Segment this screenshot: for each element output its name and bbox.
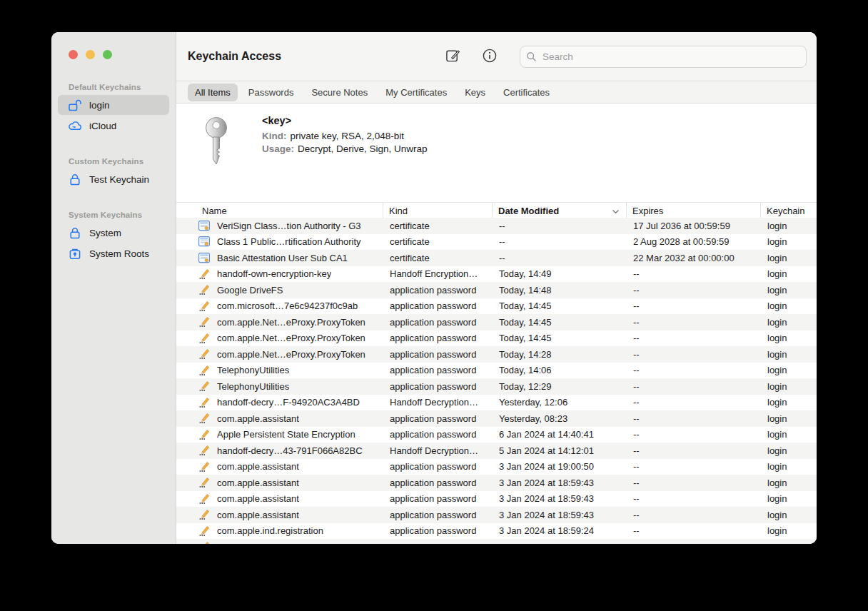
table-row[interactable]: Apple Persistent State Encryptionapplica… [176, 427, 817, 443]
row-expires: -- [627, 397, 761, 408]
table-row[interactable]: handoff-decry…F-94920AC3A4BDHandoff Decr… [176, 395, 817, 411]
password-icon [198, 461, 210, 473]
table-row[interactable]: com.apple.assistantapplication passwordY… [176, 410, 817, 427]
info-icon [482, 48, 498, 66]
row-expires: -- [627, 333, 761, 343]
row-keychain: login [761, 221, 817, 231]
table-row[interactable]: TelephonyUtilitiesapplication passwordTo… [176, 378, 817, 395]
password-icon [198, 365, 210, 376]
sidebar-item-login[interactable]: login [58, 95, 169, 115]
get-info-button[interactable] [481, 48, 498, 65]
row-date-modified: -- [493, 236, 627, 247]
table-row[interactable]: com.apple.assistantapplication password3… [176, 475, 817, 491]
password-icon [198, 525, 210, 537]
row-kind: application password [383, 461, 493, 472]
sidebar-item-test-keychain[interactable]: Test Keychain [58, 169, 169, 189]
row-keychain: login [761, 542, 817, 544]
row-keychain: login [761, 365, 817, 375]
row-kind: application password [383, 301, 493, 311]
row-name: com.1passwor…s-biometric-unlock [217, 542, 361, 544]
row-keychain: login [761, 510, 817, 520]
row-keychain: login [761, 253, 817, 263]
row-keychain: login [761, 461, 817, 472]
table-row[interactable]: com.apple.assistantapplication password3… [176, 507, 817, 523]
table-row[interactable]: com.apple.Net…eProxy.ProxyTokenapplicati… [176, 330, 817, 347]
tab-secure-notes[interactable]: Secure Notes [304, 84, 375, 101]
row-expires: -- [627, 268, 761, 279]
column-header-expires[interactable]: Expires [627, 203, 761, 219]
row-name: com.apple.assistant [217, 510, 299, 520]
column-header-date-modified[interactable]: Date Modified [493, 203, 627, 219]
tab-my-certificates[interactable]: My Certificates [378, 84, 454, 101]
row-name: Basic Attestation User Sub CA1 [217, 253, 348, 263]
minimize-button[interactable] [86, 50, 95, 59]
table-row[interactable]: com.apple.Net…eProxy.ProxyTokenapplicati… [176, 314, 817, 330]
password-icon [198, 413, 210, 424]
row-kind: application password [383, 365, 493, 375]
key-icon [202, 116, 232, 202]
tab-all-items[interactable]: All Items [188, 84, 238, 101]
tab-keys[interactable]: Keys [458, 84, 493, 101]
row-keychain: login [761, 268, 817, 279]
table-row[interactable]: com.1passwor…s-biometric-unlockapplicati… [176, 539, 817, 544]
table-row[interactable]: com.microsoft…7e6c94237f0c9abapplication… [176, 298, 817, 315]
row-name: com.apple.ind.registration [217, 525, 323, 536]
usage-value: Decrypt, Derive, Sign, Unwrap [298, 143, 428, 154]
table-row[interactable]: VeriSign Class…tion Authority - G3certif… [176, 218, 817, 234]
table-row[interactable]: com.apple.assistantapplication password3… [176, 491, 817, 508]
row-kind: Handoff Decryption… [383, 397, 493, 408]
sidebar-section-default-keychains: Default KeychainsloginiCloud [51, 83, 176, 136]
row-keychain: login [761, 525, 817, 536]
row-expires: -- [627, 461, 761, 472]
password-icon [198, 348, 210, 360]
table-row[interactable]: Google DriveFSapplication passwordToday,… [176, 282, 817, 298]
row-date-modified: 5 Jan 2024 at 14:12:01 [493, 445, 627, 456]
table-row[interactable]: com.apple.assistantapplication password3… [176, 459, 817, 475]
new-item-button[interactable] [444, 48, 461, 65]
sidebar-item-label: System [89, 228, 121, 238]
row-date-modified: 3 Jan 2024 at 18:59:43 [493, 493, 627, 504]
password-icon [198, 397, 210, 408]
lockbox-icon [69, 248, 81, 260]
table-row[interactable]: Basic Attestation User Sub CA1certificat… [176, 250, 817, 266]
close-button[interactable] [69, 50, 78, 59]
table-row[interactable]: TelephonyUtilitiesapplication passwordTo… [176, 363, 817, 379]
row-name: com.apple.Net…eProxy.ProxyToken [217, 317, 365, 328]
row-expires: 22 Mar 2032 at 00:00:00 [627, 253, 761, 263]
sidebar-item-system[interactable]: System [58, 223, 169, 243]
table-row[interactable]: handoff-decry…43-791F066A82BCHandoff Dec… [176, 443, 817, 459]
row-kind: Handoff Encryption… [383, 268, 493, 279]
table-row[interactable]: com.apple.ind.registrationapplication pa… [176, 523, 817, 540]
row-kind: application password [383, 478, 493, 488]
zoom-button[interactable] [103, 50, 112, 59]
sidebar-item-label: System Roots [89, 248, 149, 259]
table-row[interactable]: Class 1 Public…rtification Authoritycert… [176, 234, 817, 251]
tab-certificates[interactable]: Certificates [496, 84, 557, 101]
row-date-modified: Yesterday, 08:23 [493, 413, 627, 424]
row-date-modified: 3 Jan 2024 at 18:59:43 [493, 478, 627, 488]
column-header-kind[interactable]: Kind [383, 203, 493, 219]
row-date-modified: Today, 14:06 [493, 365, 627, 375]
sidebar: Default KeychainsloginiCloudCustom Keych… [51, 32, 176, 544]
sidebar-item-icloud[interactable]: iCloud [58, 116, 169, 136]
table-row[interactable]: handoff-own-encryption-keyHandoff Encryp… [176, 266, 817, 283]
sidebar-item-system-roots[interactable]: System Roots [58, 243, 169, 263]
search-input[interactable] [520, 46, 807, 68]
row-expires: -- [627, 413, 761, 424]
sidebar-section-custom-keychains: Custom KeychainsTest Keychain [51, 157, 176, 189]
column-header-keychain[interactable]: Keychain [761, 203, 817, 219]
certificate-icon [198, 220, 210, 231]
row-expires: -- [627, 478, 761, 488]
sidebar-item-label: login [89, 100, 110, 111]
tab-passwords[interactable]: Passwords [241, 84, 301, 101]
row-name: Apple Persistent State Encryption [217, 429, 355, 440]
password-icon [198, 284, 210, 296]
row-name: com.apple.assistant [217, 413, 299, 424]
row-date-modified: 6 Jan 2024 at 14:40:41 [493, 429, 627, 440]
column-header-name[interactable]: Name [176, 203, 383, 219]
locked-padlock-icon [69, 173, 81, 186]
table-row[interactable]: com.apple.Net…eProxy.ProxyTokenapplicati… [176, 346, 817, 363]
row-kind: certificate [383, 221, 493, 231]
window-title: Keychain Access [188, 50, 281, 63]
sidebar-section-label: System Keychains [69, 211, 176, 219]
